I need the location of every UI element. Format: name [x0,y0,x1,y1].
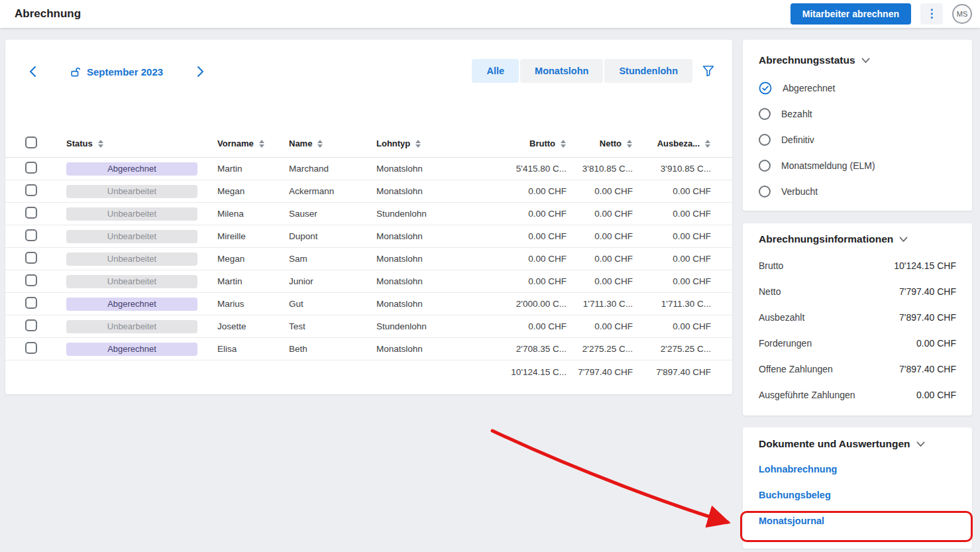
cell-brutto: 0.00 CHF [467,276,567,286]
row-checkbox[interactable] [25,297,37,309]
dokumente-header[interactable]: Dokumente und Auswertungen [759,438,956,450]
cell-ausbezahlt: 2'275.25 C... [633,344,711,354]
cell-netto: 0.00 CHF [567,254,633,264]
check-circle-icon [759,82,772,95]
previous-month-button[interactable] [25,62,41,81]
cell-netto: 3'810.85 C... [567,164,633,174]
table-row[interactable]: Abgerechnet Marius Gut Monatslohn 2'000.… [5,293,732,315]
table-row[interactable]: Abgerechnet Martin Marchand Monatslohn 5… [5,158,732,180]
cell-vorname: Milena [217,209,289,219]
abrechnungsinformationen-card: Abrechnungsinformationen Brutto10'124.15… [743,223,972,415]
table-row[interactable]: Unbearbeitet Josette Test Stundenlohn 0.… [5,315,732,338]
status-option-definitiv[interactable]: Definitiv [759,127,956,152]
cell-vorname: Josette [217,321,289,331]
lohnabrechnung-link[interactable]: Lohnabrechnung [759,456,956,482]
cell-name: Beth [289,344,376,354]
row-checkbox[interactable] [25,252,37,264]
status-option-abgerechnet[interactable]: Abgerechnet [759,75,956,101]
table-row[interactable]: Unbearbeitet Milena Sauser Stundenlohn 0… [5,203,732,225]
cell-name: Gut [289,299,376,309]
filter-funnel-button[interactable] [702,64,715,78]
status-badge: Abgerechnet [66,343,197,356]
cell-name: Marchand [289,164,376,174]
row-checkbox[interactable] [25,162,37,174]
radio-circle-icon [759,108,771,120]
radio-circle-icon [759,186,771,197]
cell-lohntyp: Stundenlohn [376,321,467,331]
cell-brutto: 2'000.00 C... [467,299,567,309]
cell-brutto: 0.00 CHF [467,321,567,331]
chevron-left-icon [28,65,38,78]
abrechnungsinformationen-header[interactable]: Abrechnungsinformationen [759,233,956,245]
status-badge: Unbearbeitet [66,320,197,333]
employee-payroll-table: Status Vorname Name Lohntyp Brutto Netto… [5,130,732,383]
monatsjournal-link[interactable]: Monatsjournal [759,508,956,533]
cell-netto: 0.00 CHF [567,276,633,286]
status-filter-list: Abgerechnet Bezahlt Definitiv Monatsmeld… [759,75,956,204]
cell-brutto: 5'415.80 C... [467,164,567,174]
more-options-button[interactable]: ⋮ [920,3,943,25]
radio-circle-icon [759,134,771,146]
document-link-list: Lohnabrechnung Buchungsbeleg Monatsjourn… [759,456,956,533]
cell-brutto: 0.00 CHF [467,186,567,196]
cell-vorname: Megan [217,186,289,196]
mitarbeiter-abrechnen-button[interactable]: Mitarbeiter abrechnen [790,3,911,25]
column-header-ausbezahlt[interactable]: Ausbeza... [633,138,711,148]
chevron-down-icon [861,58,870,64]
column-header-lohntyp[interactable]: Lohntyp [376,138,467,148]
avatar[interactable]: MS [952,4,972,24]
table-row[interactable]: Unbearbeitet Martin Junior Monatslohn 0.… [5,270,732,293]
row-checkbox[interactable] [25,274,37,286]
total-ausbezahlt: 7'897.40 CHF [633,367,711,377]
chevron-right-icon [195,65,205,78]
cell-netto: 0.00 CHF [567,209,633,219]
cell-brutto: 0.00 CHF [467,231,567,241]
sort-icon [258,139,265,148]
row-checkbox[interactable] [25,207,37,219]
column-header-status[interactable]: Status [66,138,217,148]
cell-netto: 2'275.25 C... [567,344,633,354]
avatar-initials: MS [957,10,968,18]
table-row[interactable]: Unbearbeitet Megan Ackermann Monatslohn … [5,180,732,203]
select-all-checkbox[interactable] [25,137,37,148]
column-header-name[interactable]: Name [289,138,376,148]
dokumente-card: Dokumente und Auswertungen Lohnabrechnun… [743,427,972,549]
column-header-netto[interactable]: Netto [567,138,633,148]
cell-lohntyp: Monatslohn [376,344,467,354]
row-checkbox[interactable] [25,229,37,241]
cell-ausbezahlt: 3'910.85 C... [633,164,711,174]
abrechnungsstatus-header[interactable]: Abrechnungsstatus [759,54,956,66]
cell-lohntyp: Stundenlohn [376,209,467,219]
table-row[interactable]: Unbearbeitet Megan Sam Monatslohn 0.00 C… [5,248,732,270]
cell-name: Sauser [289,209,376,219]
status-option-monatsmeldung[interactable]: Monatsmeldung (ELM) [759,152,956,178]
row-checkbox[interactable] [25,342,37,354]
cell-lohntyp: Monatslohn [376,231,467,241]
table-totals-row: 10'124.15 C... 7'797.40 CHF 7'897.40 CHF [5,360,732,383]
column-header-vorname[interactable]: Vorname [217,138,289,148]
status-badge: Unbearbeitet [66,185,197,198]
period-selector[interactable]: September 2023 [70,66,163,78]
summary-row-offene-zahlungen: Offene Zahlungen7'897.40 CHF [759,356,956,382]
status-option-verbucht[interactable]: Verbucht [759,178,956,204]
row-checkbox[interactable] [25,184,37,196]
cell-vorname: Megan [217,254,289,264]
chevron-down-icon [899,237,908,243]
next-month-button[interactable] [192,62,208,81]
table-row[interactable]: Abgerechnet Elisa Beth Monatslohn 2'708.… [5,338,732,360]
filter-stundenlohn-button[interactable]: Stundenlohn [604,59,692,83]
column-header-brutto[interactable]: Brutto [467,138,567,148]
period-label: September 2023 [87,66,163,78]
filter-alle-button[interactable]: Alle [472,59,519,83]
row-checkbox[interactable] [25,319,37,331]
cell-vorname: Martin [217,276,289,286]
radio-circle-icon [759,160,771,172]
buchungsbeleg-link[interactable]: Buchungsbeleg [759,482,956,508]
status-option-bezahlt[interactable]: Bezahlt [759,101,956,127]
cell-vorname: Mireille [217,231,289,241]
status-badge: Unbearbeitet [66,275,197,288]
cell-lohntyp: Monatslohn [376,299,467,309]
status-badge: Abgerechnet [66,162,197,176]
table-row[interactable]: Unbearbeitet Mireille Dupont Monatslohn … [5,225,732,248]
filter-monatslohn-button[interactable]: Monatslohn [520,59,603,83]
